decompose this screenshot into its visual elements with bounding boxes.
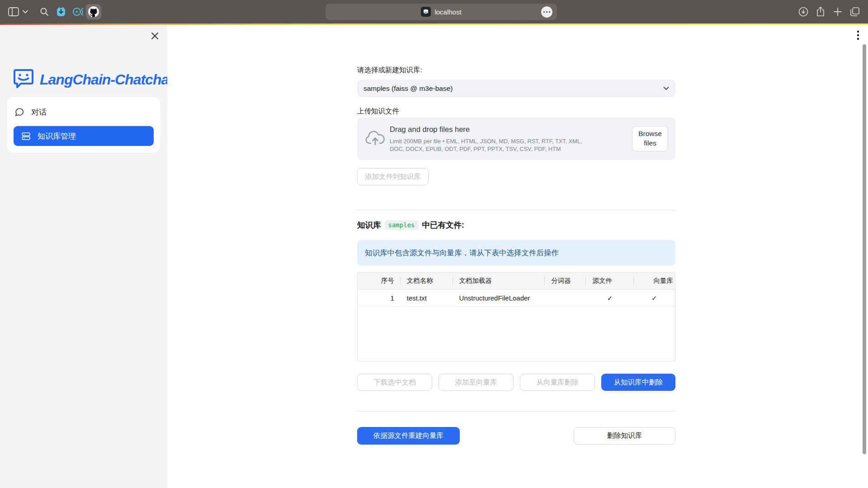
dropzone-limit-text: Limit 200MB per file • EML, HTML, JSON, …: [390, 137, 588, 153]
add-to-vectorstore-button[interactable]: 添加至向量库: [439, 374, 514, 391]
divider: [357, 210, 675, 210]
sidebar: LangChain-Chatchat 对话 知识库管理: [0, 25, 167, 488]
cloud-upload-icon: [365, 129, 385, 147]
table-header-row: 序号 文档名称 文档加载器 分词器 源文件 向量库: [358, 272, 675, 290]
cell-source-check: ✓: [586, 290, 633, 306]
nav-item-label: 知识库管理: [38, 131, 76, 141]
nav-menu: 对话 知识库管理: [7, 97, 160, 152]
page-options-icon[interactable]: [541, 6, 552, 18]
browser-toolbar: localhost: [0, 0, 868, 23]
cell-loader: UnstructuredFileLoader: [453, 290, 545, 306]
chevron-down-icon[interactable]: [23, 10, 28, 14]
page-content: 请选择或新建知识库: samples (faiss @ m3e-base) 上传…: [357, 25, 675, 488]
main-area: 请选择或新建知识库: samples (faiss @ m3e-base) 上传…: [167, 25, 868, 488]
files-table: 序号 文档名称 文档加载器 分词器 源文件 向量库 1 test.txt Uns…: [357, 272, 675, 361]
address-bar[interactable]: localhost: [326, 4, 557, 20]
col-header[interactable]: 源文件: [586, 272, 633, 289]
kb-select-label: 请选择或新建知识库:: [357, 66, 422, 75]
chat-bubble-icon: [14, 107, 24, 117]
col-header[interactable]: 分词器: [545, 272, 586, 289]
dropzone-title: Drag and drop files here: [390, 125, 470, 134]
app-logo: LangChain-Chatchat: [12, 69, 173, 90]
browse-files-button[interactable]: Browse files: [632, 126, 668, 151]
rebuild-vectorstore-button[interactable]: 依据源文件重建向量库: [357, 427, 460, 445]
download-selected-button[interactable]: 下载选中文档: [357, 374, 432, 391]
kb-files-heading: 知识库 samples 中已有文件:: [357, 220, 464, 230]
stack-icon: [21, 131, 31, 141]
cell-vector-check: ✓: [634, 290, 675, 306]
kb-select[interactable]: samples (faiss @ m3e-base): [357, 80, 675, 97]
cell-index: 1: [358, 290, 401, 306]
sidebar-toggle-icon[interactable]: [8, 7, 19, 16]
info-text: 知识库中包含源文件与向量库，请从下表中选择文件后操作: [365, 248, 559, 258]
site-favicon: [421, 7, 431, 17]
app-menu-icon[interactable]: [855, 31, 861, 40]
nav-item-label: 对话: [31, 107, 47, 117]
col-header[interactable]: 序号: [358, 272, 401, 289]
logo-bubble-icon: [12, 69, 35, 90]
table-row[interactable]: 1 test.txt UnstructuredFileLoader ✓ ✓: [358, 290, 675, 307]
recorder-extension-icon[interactable]: [72, 7, 83, 17]
share-icon[interactable]: [816, 6, 825, 17]
url-text: localhost: [434, 8, 461, 16]
kb-name-code: samples: [385, 220, 419, 230]
cell-filename: test.txt: [401, 290, 453, 306]
col-header[interactable]: 向量库: [634, 272, 675, 289]
kb-select-value: samples (faiss @ m3e-base): [363, 84, 453, 93]
search-icon[interactable]: [40, 7, 49, 16]
delete-kb-button[interactable]: 删除知识库: [574, 427, 675, 445]
info-banner: 知识库中包含源文件与向量库，请从下表中选择文件后操作: [357, 240, 675, 266]
upload-label: 上传知识文件: [357, 107, 399, 116]
nav-item-chat[interactable]: 对话: [14, 104, 47, 120]
downloads-icon[interactable]: [798, 7, 808, 17]
divider: [357, 411, 675, 412]
tab-overview-icon[interactable]: [850, 7, 860, 17]
col-header[interactable]: 文档加载器: [453, 272, 545, 289]
github-icon[interactable]: [86, 4, 101, 19]
scrollbar-thumb[interactable]: [863, 44, 866, 454]
cell-splitter: [545, 290, 586, 306]
row-actions: 下载选中文档 添加至向量库 从向量库删除 从知识库中删除: [357, 374, 675, 391]
kb-level-actions: 依据源文件重建向量库 删除知识库: [357, 427, 675, 445]
cat-extension-icon[interactable]: [56, 7, 66, 17]
new-tab-icon[interactable]: [833, 7, 842, 16]
delete-from-vectorstore-button[interactable]: 从向量库删除: [520, 374, 595, 391]
heading-prefix: 知识库: [357, 220, 381, 230]
nav-item-knowledge-base[interactable]: 知识库管理: [14, 126, 154, 146]
select-chevron-icon: [663, 86, 669, 90]
logo-text: LangChain-Chatchat: [40, 71, 173, 88]
sidebar-close-icon[interactable]: [149, 30, 160, 41]
col-header[interactable]: 文档名称: [401, 272, 453, 289]
delete-from-kb-button[interactable]: 从知识库中删除: [601, 374, 675, 391]
heading-suffix: 中已有文件:: [422, 220, 464, 230]
file-dropzone[interactable]: Drag and drop files here Limit 200MB per…: [357, 117, 675, 160]
add-files-to-kb-button[interactable]: 添加文件到知识库: [357, 168, 429, 185]
